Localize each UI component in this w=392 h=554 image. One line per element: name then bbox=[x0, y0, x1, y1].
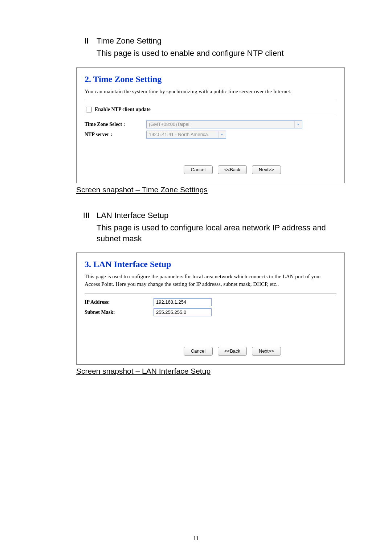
enable-ntp-label: Enable NTP client update bbox=[95, 107, 151, 112]
section-ii-title: Time Zone Setting bbox=[97, 36, 162, 46]
section-iii-desc: This page is used to configure local are… bbox=[97, 222, 345, 244]
ntp-server-select[interactable]: 192.5.41.41 - North America ▾ bbox=[146, 131, 226, 139]
tz-select[interactable]: (GMT+08:00)Taipei ▾ bbox=[146, 120, 302, 128]
chevron-down-icon: ▾ bbox=[294, 121, 301, 128]
tz-button-row: Cancel <<Back Next>> bbox=[85, 165, 336, 174]
subnet-mask-input[interactable] bbox=[154, 308, 212, 316]
ip-address-input[interactable] bbox=[154, 298, 212, 306]
roman-numeral-ii: II bbox=[76, 36, 97, 46]
ntp-server-value: 192.5.41.41 - North America bbox=[149, 132, 208, 137]
section-iii-heading: III LAN Interface Setup bbox=[76, 211, 345, 220]
cancel-button-label: Cancel bbox=[191, 348, 205, 354]
ip-address-label: IP Address: bbox=[85, 299, 154, 305]
tz-caption: Screen snapshot – Time Zone Settings bbox=[76, 185, 345, 194]
back-button[interactable]: <<Back bbox=[218, 347, 247, 356]
divider bbox=[85, 101, 336, 101]
next-button-label: Next>> bbox=[259, 348, 274, 354]
cancel-button[interactable]: Cancel bbox=[184, 165, 213, 174]
section-ii-desc: This page is used to enable and configur… bbox=[97, 48, 345, 59]
enable-ntp-checkbox[interactable] bbox=[86, 107, 92, 112]
lan-panel-title: 3. LAN Interface Setup bbox=[85, 259, 336, 269]
cancel-button[interactable]: Cancel bbox=[184, 347, 213, 356]
tz-select-value: (GMT+08:00)Taipei bbox=[149, 122, 189, 127]
tz-panel-desc: You can maintain the system time by sync… bbox=[85, 88, 336, 95]
time-zone-panel: 2. Time Zone Setting You can maintain th… bbox=[76, 67, 345, 183]
next-button[interactable]: Next>> bbox=[252, 165, 281, 174]
section-ii-heading: II Time Zone Setting bbox=[76, 36, 345, 46]
back-button-label: <<Back bbox=[224, 167, 240, 172]
chevron-down-icon: ▾ bbox=[218, 131, 225, 138]
lan-panel: 3. LAN Interface Setup This page is used… bbox=[76, 253, 345, 365]
divider bbox=[85, 116, 336, 116]
cancel-button-label: Cancel bbox=[191, 167, 205, 172]
next-button-label: Next>> bbox=[259, 167, 274, 172]
section-iii-title: LAN Interface Setup bbox=[97, 211, 168, 220]
back-button[interactable]: <<Back bbox=[218, 165, 247, 174]
roman-numeral-iii: III bbox=[76, 211, 97, 220]
tz-select-label: Time Zone Select : bbox=[85, 122, 146, 127]
lan-panel-desc: This page is used to configure the param… bbox=[85, 273, 336, 288]
subnet-mask-label: Subnet Mask: bbox=[85, 309, 154, 315]
lan-button-row: Cancel <<Back Next>> bbox=[85, 347, 336, 356]
ntp-server-label: NTP server : bbox=[85, 132, 146, 138]
page-number: 11 bbox=[0, 535, 392, 542]
divider bbox=[85, 294, 336, 294]
tz-panel-title: 2. Time Zone Setting bbox=[85, 74, 336, 84]
back-button-label: <<Back bbox=[224, 348, 240, 354]
lan-caption: Screen snapshot – LAN Interface Setup bbox=[76, 367, 345, 376]
next-button[interactable]: Next>> bbox=[252, 347, 281, 356]
